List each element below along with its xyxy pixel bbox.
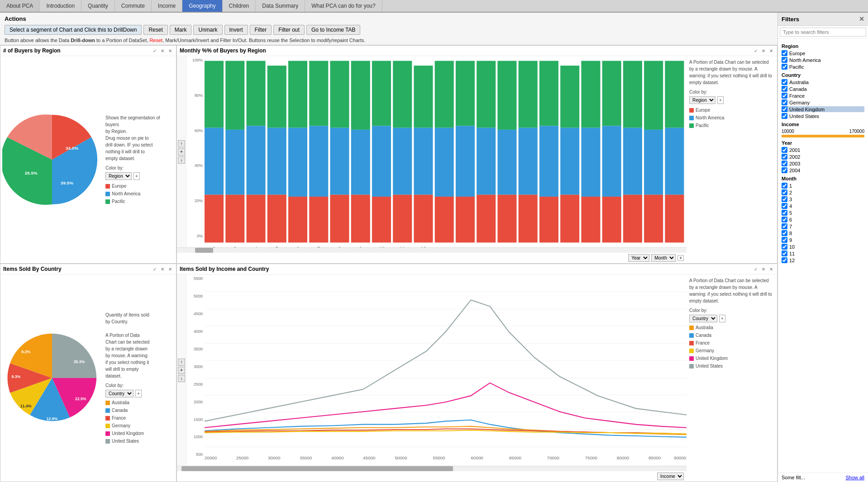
filter-m7-cb[interactable] bbox=[782, 223, 787, 229]
filter-m5-cb[interactable] bbox=[782, 210, 787, 216]
chart4-main: ↑ + ↓ 55005000450040003500 3000250020001… bbox=[177, 274, 687, 482]
chart2-scrollbar[interactable] bbox=[177, 247, 687, 253]
chart3-close[interactable]: ✕ bbox=[167, 266, 173, 272]
chart4-line-area[interactable]: 20000 25000 30000 35000 40000 45000 5000… bbox=[205, 274, 687, 466]
filter-m4-cb[interactable] bbox=[782, 203, 787, 209]
chart2-check[interactable]: ✓ bbox=[753, 48, 759, 54]
action-btn-unmark[interactable]: Unmark bbox=[193, 25, 222, 35]
filter-m12-cb[interactable] bbox=[782, 257, 787, 263]
chart4-svg[interactable]: 20000 25000 30000 35000 40000 45000 5000… bbox=[205, 274, 687, 466]
filter-m11-cb[interactable] bbox=[782, 250, 787, 256]
chart2-scrollbar-thumb[interactable] bbox=[195, 248, 213, 253]
chart4-y-axis: 55005000450040003500 3000250020001500100… bbox=[186, 274, 205, 466]
filter-uk-checkbox[interactable] bbox=[782, 106, 787, 112]
filter-2002-label: 2002 bbox=[789, 154, 800, 160]
svg-rect-51 bbox=[539, 61, 558, 126]
chart3-pin[interactable]: ✕ bbox=[159, 266, 166, 272]
chart2-plus[interactable]: + bbox=[677, 255, 684, 261]
chart1-close[interactable]: ✕ bbox=[167, 48, 173, 54]
chart2-zoom-in[interactable]: + bbox=[178, 148, 185, 156]
tab-about-pca[interactable]: About PCA bbox=[0, 0, 40, 12]
chart2-y-axis: 100%80%60%40%20%0% bbox=[186, 56, 205, 247]
tab-commute[interactable]: Commute bbox=[115, 0, 152, 12]
tab-quantity[interactable]: Quantity bbox=[81, 0, 115, 12]
svg-rect-29 bbox=[372, 197, 391, 243]
filter-pacific-checkbox[interactable] bbox=[782, 64, 787, 70]
svg-rect-56 bbox=[560, 195, 579, 243]
chart4-colorby-select[interactable]: Country bbox=[689, 315, 717, 322]
svg-rect-42 bbox=[477, 61, 496, 128]
chart4-scroll-up[interactable]: ↑ bbox=[178, 359, 185, 366]
chart3-colorby-plus[interactable]: + bbox=[135, 390, 142, 397]
filters-close-button[interactable]: ✕ bbox=[859, 15, 864, 23]
income-slider[interactable] bbox=[782, 135, 864, 137]
chart2-scroll-up[interactable]: ↑ bbox=[178, 140, 185, 147]
filter-can-checkbox[interactable] bbox=[782, 86, 787, 92]
filter-fra-checkbox[interactable] bbox=[782, 93, 787, 99]
chart4-check[interactable]: ✓ bbox=[753, 266, 759, 272]
svg-rect-6 bbox=[225, 61, 244, 130]
chart2-svg[interactable]: 2 3 4 5 6 7 8 9 10 1 bbox=[205, 56, 687, 247]
chart4-scrollbar-thumb[interactable] bbox=[181, 466, 453, 471]
filter-m8-cb[interactable] bbox=[782, 230, 787, 236]
action-btn-filter-out[interactable]: Filter out bbox=[273, 25, 305, 35]
chart2-close[interactable]: ✕ bbox=[768, 48, 774, 54]
chart1-pie[interactable]: 34.0% 39.5% 26.5% bbox=[2, 110, 102, 209]
filter-m3-cb[interactable] bbox=[782, 196, 787, 202]
chart1-check[interactable]: ✓ bbox=[152, 48, 158, 54]
chart2-x-select-month[interactable]: Month bbox=[651, 254, 676, 262]
chart3-check[interactable]: ✓ bbox=[152, 266, 158, 272]
chart4-x-select[interactable]: Income bbox=[657, 473, 684, 480]
chart4-scrollbar[interactable] bbox=[177, 466, 687, 471]
chart2-header: Monthly %% of Buyers by Region ✓ ✕ ✕ bbox=[177, 46, 777, 56]
chart2-x-select-year[interactable]: Year bbox=[628, 254, 649, 262]
filter-m9-cb[interactable] bbox=[782, 237, 787, 243]
filter-m1-cb[interactable] bbox=[782, 183, 787, 189]
chart4-colorby-plus[interactable]: + bbox=[719, 315, 725, 322]
filter-europe-checkbox[interactable] bbox=[782, 50, 787, 56]
filter-m6-cb[interactable] bbox=[782, 217, 787, 222]
filter-2004-checkbox[interactable] bbox=[782, 167, 787, 173]
chart3-colorby-select[interactable]: Country bbox=[105, 390, 134, 397]
action-btn-reset[interactable]: Reset bbox=[143, 25, 167, 35]
chart4-description: A Portion of Data Chart can be selected … bbox=[689, 277, 774, 304]
tab-what-pca-can-do-for-you?[interactable]: What PCA can do for you? bbox=[305, 0, 382, 12]
action-btn-invert[interactable]: Invert bbox=[224, 25, 248, 35]
tab-data-summary[interactable]: Data Summary bbox=[256, 0, 305, 12]
chart1-pin[interactable]: ✕ bbox=[159, 48, 166, 54]
filters-search-input[interactable] bbox=[780, 28, 866, 37]
chart4-pin[interactable]: ✕ bbox=[760, 266, 767, 272]
action-btn-mark[interactable]: Mark bbox=[170, 25, 192, 35]
action-btn-select-a-segment-of-[interactable]: Select a segment of Chart and Click this… bbox=[5, 25, 142, 35]
show-all-link[interactable]: Show all bbox=[845, 475, 864, 480]
chart2-colorby-select[interactable]: Region bbox=[689, 96, 715, 104]
filter-2001-checkbox[interactable] bbox=[782, 147, 787, 153]
chart1-colorby-plus[interactable]: + bbox=[134, 172, 140, 180]
chart4-zoom-in[interactable]: + bbox=[178, 367, 185, 374]
chart3-pie[interactable]: 35.3% 22.5% 12.6% 11.4% 9.3% 9.2% bbox=[2, 324, 102, 432]
filter-m2-cb[interactable] bbox=[782, 189, 787, 195]
chart4-close[interactable]: ✕ bbox=[768, 266, 774, 272]
tab-income[interactable]: Income bbox=[152, 0, 182, 12]
filter-na-checkbox[interactable] bbox=[782, 57, 787, 63]
tab-introduction[interactable]: Introduction bbox=[40, 0, 81, 12]
action-btn-go-to-income-tab[interactable]: Go to Income TAB bbox=[306, 25, 361, 35]
tab-geography[interactable]: Geography bbox=[182, 0, 222, 12]
filter-aus-checkbox[interactable] bbox=[782, 79, 787, 85]
chart1-colorby-select[interactable]: Region bbox=[105, 172, 132, 180]
chart2-zoom-out[interactable]: ↓ bbox=[178, 156, 185, 164]
action-btn-filter[interactable]: Filter bbox=[250, 25, 272, 35]
filter-ger-checkbox[interactable] bbox=[782, 99, 787, 105]
chart2-colorby-plus[interactable]: + bbox=[717, 96, 724, 104]
filter-m10-cb[interactable] bbox=[782, 244, 787, 250]
filter-m5: 5 bbox=[782, 210, 864, 216]
filter-2002-checkbox[interactable] bbox=[782, 154, 787, 160]
income-slider-bar[interactable] bbox=[782, 135, 864, 137]
chart4-title: Items Sold by Income and Country bbox=[180, 266, 269, 272]
chart4-scroll-down[interactable]: ↓ bbox=[178, 375, 185, 382]
chart2-pin[interactable]: ✕ bbox=[760, 48, 767, 54]
filter-2003-checkbox[interactable] bbox=[782, 161, 787, 166]
filter-us-checkbox[interactable] bbox=[782, 113, 787, 119]
chart2-bar-area[interactable]: 2 3 4 5 6 7 8 9 10 1 bbox=[205, 56, 687, 247]
tab-children[interactable]: Children bbox=[223, 0, 256, 12]
